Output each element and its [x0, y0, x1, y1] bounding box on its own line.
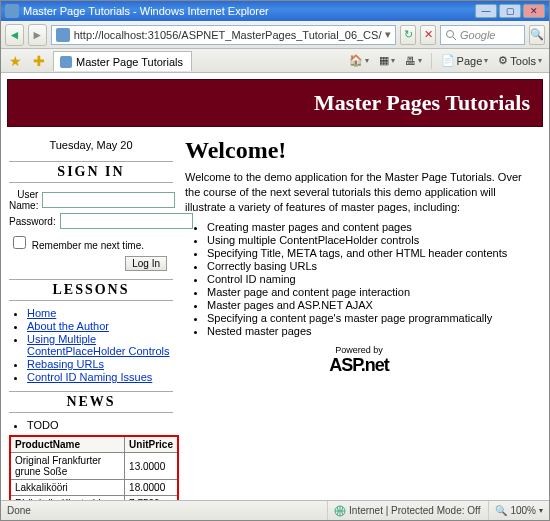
tools-menu[interactable]: ⚙ Tools ▾	[495, 54, 545, 67]
window-favicon	[5, 4, 19, 18]
list-item: Creating master pages and content pages	[207, 221, 533, 233]
status-zone: Internet | Protected Mode: Off	[327, 501, 480, 520]
tab-toolbar: ★ ✚ Master Page Tutorials 🏠▾ ▦▾ 🖶▾ 📄 Pag…	[1, 49, 549, 73]
list-item: Specifying a content page's master page …	[207, 312, 533, 324]
list-item: Rebasing URLs	[27, 358, 173, 370]
window-titlebar: Master Page Tutorials - Windows Internet…	[1, 1, 549, 21]
col-productname: ProductName	[10, 436, 125, 453]
close-button[interactable]: ✕	[523, 4, 545, 18]
site-favicon	[56, 28, 70, 42]
user-name-label: User Name:	[9, 189, 42, 211]
signin-heading: SIGN IN	[9, 161, 173, 183]
features-list: Creating master pages and content pages …	[207, 221, 533, 337]
refresh-button[interactable]: ↻	[400, 25, 416, 45]
list-item: Specifying Title, META tags, and other H…	[207, 247, 533, 259]
tab-favicon	[60, 56, 72, 68]
nav-toolbar: ◄ ► http://localhost:31056/ASPNET_Master…	[1, 21, 549, 49]
list-item: TODO	[27, 419, 173, 431]
lessons-heading: LESSONS	[9, 279, 173, 301]
date-label: Tuesday, May 20	[9, 139, 173, 151]
col-unitprice: UnitPrice	[125, 436, 178, 453]
list-item: Nested master pages	[207, 325, 533, 337]
password-label: Password:	[9, 216, 60, 227]
lesson-link[interactable]: Rebasing URLs	[27, 358, 104, 370]
news-heading: NEWS	[9, 391, 173, 413]
status-zoom[interactable]: 🔍100%▾	[488, 501, 543, 520]
list-item: Using Multiple ContentPlaceHolder Contro…	[27, 333, 173, 357]
list-item: Home	[27, 307, 173, 319]
left-column: Tuesday, May 20 SIGN IN User Name: Passw…	[7, 127, 179, 500]
status-left: Done	[7, 505, 31, 516]
login-button[interactable]: Log In	[125, 256, 167, 271]
remember-label: Remember me next time.	[32, 240, 144, 251]
table-row: Lakkalikööri18.0000	[10, 480, 178, 496]
tab-label: Master Page Tutorials	[76, 56, 183, 68]
right-column: Welcome! Welcome to the demo application…	[179, 127, 543, 500]
search-icon	[445, 29, 457, 41]
list-item: Control ID Naming Issues	[27, 371, 173, 383]
search-box[interactable]: Google	[440, 25, 525, 45]
remember-checkbox[interactable]	[13, 236, 26, 249]
address-url: http://localhost:31056/ASPNET_MasterPage…	[74, 29, 382, 41]
powered-label: Powered by	[185, 345, 533, 355]
address-bar[interactable]: http://localhost:31056/ASPNET_MasterPage…	[51, 25, 397, 45]
products-grid: ProductName UnitPrice Original Frankfurt…	[9, 435, 179, 500]
page-title: Welcome!	[185, 137, 533, 164]
maximize-button[interactable]: ▢	[499, 4, 521, 18]
page-banner: Master Pages Tutorials	[7, 79, 543, 127]
svg-line-1	[453, 37, 456, 40]
intro-text: Welcome to the demo application for the …	[185, 170, 533, 215]
aspnet-logo: ASP.net	[185, 355, 533, 376]
news-item: TODO	[27, 419, 59, 431]
lessons-list: Home About the Author Using Multiple Con…	[27, 307, 173, 383]
list-item: Control ID naming	[207, 273, 533, 285]
list-item: Master pages and ASP.NET AJAX	[207, 299, 533, 311]
password-input[interactable]	[60, 213, 193, 229]
powered-by: Powered by ASP.net	[185, 345, 533, 376]
back-button[interactable]: ◄	[5, 24, 24, 46]
print-button[interactable]: 🖶▾	[402, 55, 425, 67]
status-bar: Done Internet | Protected Mode: Off 🔍100…	[1, 500, 549, 520]
svg-point-0	[447, 30, 454, 37]
search-placeholder: Google	[460, 29, 495, 41]
list-item: Using multiple ContentPlaceHolder contro…	[207, 234, 533, 246]
feeds-button[interactable]: ▦▾	[376, 54, 398, 67]
table-row: Rhönbräu Klosterbier7.7500	[10, 496, 178, 501]
table-header-row: ProductName UnitPrice	[10, 436, 178, 453]
search-go-button[interactable]: 🔍	[529, 25, 545, 45]
favorites-icon[interactable]: ★	[5, 51, 25, 71]
lesson-link[interactable]: Home	[27, 307, 56, 319]
globe-icon	[334, 505, 346, 517]
user-name-input[interactable]	[42, 192, 175, 208]
lesson-link[interactable]: About the Author	[27, 320, 109, 332]
page-viewport: Master Pages Tutorials Tuesday, May 20 S…	[1, 73, 549, 500]
lesson-link[interactable]: Using Multiple ContentPlaceHolder Contro…	[27, 333, 169, 357]
address-dropdown-icon[interactable]: ▾	[385, 28, 391, 41]
list-item: Master page and content page interaction	[207, 286, 533, 298]
page-menu[interactable]: 📄 Page ▾	[438, 54, 492, 67]
home-button[interactable]: 🏠▾	[346, 54, 372, 67]
tab-active[interactable]: Master Page Tutorials	[53, 51, 192, 71]
stop-button[interactable]: ✕	[420, 25, 436, 45]
minimize-button[interactable]: —	[475, 4, 497, 18]
list-item: Correctly basing URLs	[207, 260, 533, 272]
news-list: TODO	[27, 419, 173, 431]
table-row: Original Frankfurter grune Soße13.0000	[10, 453, 178, 480]
window-title: Master Page Tutorials - Windows Internet…	[23, 5, 269, 17]
add-favorite-icon[interactable]: ✚	[29, 51, 49, 71]
forward-button[interactable]: ►	[28, 24, 47, 46]
list-item: About the Author	[27, 320, 173, 332]
lesson-link[interactable]: Control ID Naming Issues	[27, 371, 152, 383]
